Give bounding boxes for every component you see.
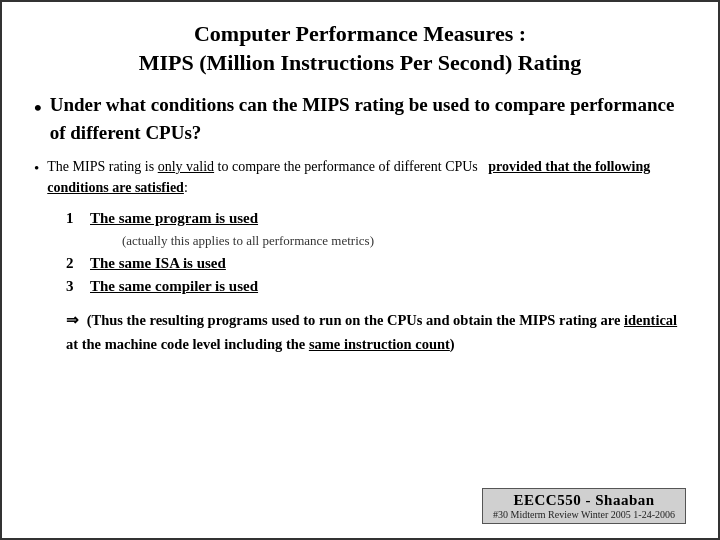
num-label-2: The same ISA is used: [90, 255, 226, 272]
conclusion-text2: at the machine code level including the: [66, 336, 309, 352]
numbered-item-3: 3 The same compiler is used: [66, 278, 686, 295]
num-label-3: The same compiler is used: [90, 278, 258, 295]
slide: Computer Performance Measures : MIPS (Mi…: [0, 0, 720, 540]
title-line1: Computer Performance Measures :: [34, 20, 686, 49]
arrow-symbol: ⇒: [66, 312, 79, 328]
bullet2-intro2: to compare the performance of different …: [214, 159, 488, 174]
title-line2: MIPS (Million Instructions Per Second) R…: [34, 49, 686, 78]
num-3: 3: [66, 278, 80, 295]
bullet1-text: Under what conditions can the MIPS ratin…: [50, 91, 686, 146]
conclusion-text1: (Thus the resulting programs used to run…: [87, 312, 624, 328]
bullet2-dot: •: [34, 157, 39, 180]
identical-word: identical: [624, 312, 677, 328]
conclusion-block: ⇒ (Thus the resulting programs used to r…: [66, 309, 686, 355]
conclusion-text3: ): [450, 336, 455, 352]
bullet1-dot: •: [34, 93, 42, 124]
footer-box: EECC550 - Shaaban #30 Midterm Review Win…: [482, 488, 686, 524]
bullet2: • The MIPS rating is only valid to compa…: [34, 156, 686, 198]
footer-sub: #30 Midterm Review Winter 2005 1-24-2006: [493, 509, 675, 520]
bullet2-only-valid: only valid: [158, 159, 214, 174]
content: • Under what conditions can the MIPS rat…: [34, 91, 686, 482]
numbered-item-1: 1 The same program is used: [66, 210, 686, 227]
bullet2-text: The MIPS rating is only valid to compare…: [47, 156, 686, 198]
numbered-item-2: 2 The same ISA is used: [66, 255, 686, 272]
title-block: Computer Performance Measures : MIPS (Mi…: [34, 20, 686, 77]
footer-title: EECC550 - Shaaban: [514, 492, 655, 509]
bullet2-colon: :: [184, 180, 188, 195]
num-2: 2: [66, 255, 80, 272]
num-label-1: The same program is used: [90, 210, 258, 227]
footer: EECC550 - Shaaban #30 Midterm Review Win…: [34, 488, 686, 524]
same-instruction-count: same instruction count: [309, 336, 450, 352]
num-1: 1: [66, 210, 80, 227]
conclusion-text: ⇒ (Thus the resulting programs used to r…: [66, 309, 686, 355]
numbered-list: 1 The same program is used (actually thi…: [66, 210, 686, 301]
bullet1: • Under what conditions can the MIPS rat…: [34, 91, 686, 146]
bullet2-intro1: The MIPS rating is: [47, 159, 157, 174]
subnote-1: (actually this applies to all performanc…: [122, 233, 686, 249]
